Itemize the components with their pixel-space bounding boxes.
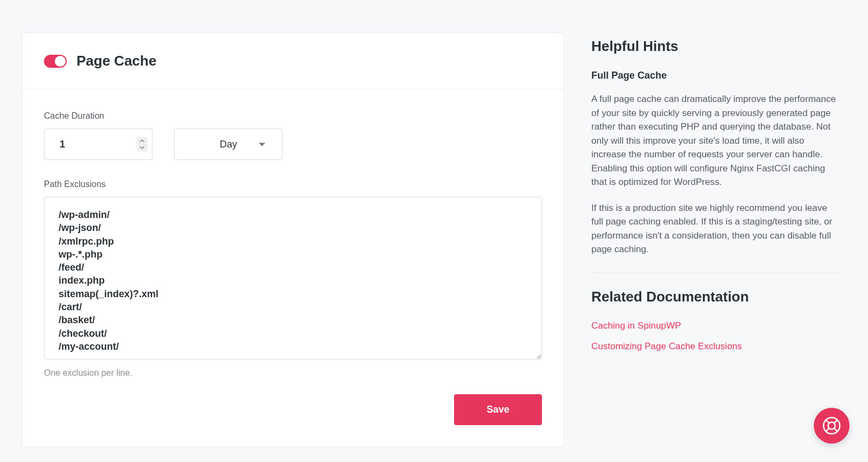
helpful-hints-sidebar: Helpful Hints Full Page Cache A full pag… [591,33,841,440]
svg-line-5 [834,428,838,432]
cache-duration-label: Cache Duration [44,111,542,121]
chevron-up-icon [137,138,148,144]
sidebar-divider [591,273,841,273]
doc-link-caching[interactable]: Caching in SpinupWP [591,320,841,331]
card-title: Page Cache [76,53,156,69]
page-cache-toggle[interactable] [44,55,67,68]
actions-row: Save [44,394,542,425]
duration-stepper[interactable] [137,137,148,152]
help-fab-button[interactable] [814,408,850,444]
hints-paragraph-2: If this is a production site we highly r… [591,201,841,256]
svg-line-4 [826,428,829,432]
cache-duration-row: Day [44,129,542,160]
toggle-knob [55,56,66,67]
related-docs-title: Related Documentation [591,288,841,305]
card-body: Cache Duration Day Path Exclusions One e… [22,89,564,447]
caret-down-icon [258,139,266,150]
page-cache-card: Page Cache Cache Duration Day Path Exclu… [22,33,564,447]
lifebuoy-icon [821,415,842,436]
cache-duration-number-wrapper [44,129,152,160]
svg-line-3 [834,420,838,423]
cache-duration-input[interactable] [60,139,137,150]
path-exclusions-label: Path Exclusions [44,179,542,189]
duration-unit-value: Day [220,139,237,150]
cache-duration-unit-select[interactable]: Day [174,129,283,160]
save-button[interactable]: Save [454,394,542,425]
hints-paragraph-1: A full page cache can dramatically impro… [591,92,841,189]
chevron-down-icon [137,144,148,151]
full-page-cache-heading: Full Page Cache [591,70,841,81]
doc-link-exclusions[interactable]: Customizing Page Cache Exclusions [591,341,841,352]
exclusions-helper-text: One exclusion per line. [44,368,542,378]
path-exclusions-textarea[interactable] [44,197,542,360]
card-header: Page Cache [22,33,564,89]
svg-point-1 [828,422,835,429]
svg-line-2 [826,420,829,423]
hints-title: Helpful Hints [591,38,841,55]
